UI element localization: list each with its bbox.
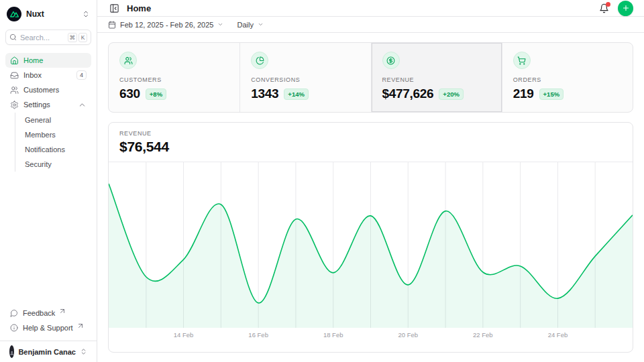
external-link-icon bbox=[78, 326, 85, 330]
search-shortcut: ⌘ K bbox=[68, 33, 88, 42]
sidebar-item-label: Home bbox=[23, 56, 43, 64]
sidebar-item-members[interactable]: Members bbox=[15, 127, 91, 142]
sidebar-item-label: Customers bbox=[23, 86, 59, 94]
chevron-up-down-icon bbox=[82, 10, 90, 18]
sidebar-item-security[interactable]: Security bbox=[15, 157, 91, 172]
revenue-chart-card: REVENUE $76,544 14 Feb16 Feb18 Feb20 Feb… bbox=[108, 122, 633, 353]
chevron-up-down-icon bbox=[80, 348, 87, 355]
info-icon bbox=[10, 324, 18, 332]
chart-title: REVENUE bbox=[119, 130, 622, 137]
x-axis-labels: 14 Feb16 Feb18 Feb20 Feb22 Feb24 Feb bbox=[109, 328, 633, 345]
stat-card-customers[interactable]: CUSTOMERS 630 +8% bbox=[109, 43, 239, 112]
stat-delta-badge: +14% bbox=[284, 88, 309, 100]
notifications-button[interactable] bbox=[598, 2, 610, 15]
x-axis-tick-label: 24 Feb bbox=[548, 331, 568, 339]
chart-header: REVENUE $76,544 bbox=[109, 123, 633, 162]
sidebar-nav: Home Inbox 4 Customers Settings bbox=[0, 53, 97, 303]
notification-dot bbox=[606, 2, 610, 7]
chevron-down-icon bbox=[217, 21, 223, 27]
sub-item-label: General bbox=[25, 116, 51, 124]
chevron-up-icon bbox=[78, 101, 87, 109]
stat-delta-badge: +15% bbox=[539, 88, 564, 100]
home-icon bbox=[10, 56, 19, 65]
plus-icon bbox=[622, 4, 630, 12]
revenue-chart-svg bbox=[109, 162, 633, 328]
app-root: Nuxt ⌘ K Home bbox=[0, 0, 644, 362]
sidebar-item-label: Inbox bbox=[23, 71, 42, 79]
stat-label: CONVERSIONS bbox=[251, 76, 360, 83]
topbar-actions bbox=[598, 1, 633, 16]
page-title: Home bbox=[127, 3, 151, 13]
filters-toolbar: Feb 12, 2025 - Feb 26, 2025 Daily bbox=[97, 17, 644, 33]
sub-item-label: Members bbox=[25, 131, 56, 139]
stat-card-orders[interactable]: ORDERS 219 +15% bbox=[502, 43, 633, 112]
workspace-selector[interactable]: Nuxt bbox=[5, 6, 91, 22]
stat-label: ORDERS bbox=[513, 76, 622, 83]
sidebar-item-home[interactable]: Home bbox=[5, 53, 91, 68]
sidebar-item-settings[interactable]: Settings bbox=[5, 97, 91, 112]
x-axis-tick-label: 16 Feb bbox=[248, 331, 268, 339]
external-link-icon bbox=[60, 311, 66, 315]
stat-value: 630 bbox=[119, 86, 140, 101]
sidebar: Nuxt ⌘ K Home bbox=[0, 0, 97, 362]
x-axis-tick-label: 20 Feb bbox=[398, 331, 418, 339]
topbar: Home bbox=[97, 0, 644, 17]
stat-card-revenue[interactable]: REVENUE $477,626 +20% bbox=[371, 43, 502, 112]
date-range-label: Feb 12, 2025 - Feb 26, 2025 bbox=[120, 21, 213, 29]
sub-item-label: Security bbox=[25, 160, 52, 168]
chart-pie-icon bbox=[251, 52, 268, 69]
sidebar-item-inbox[interactable]: Inbox 4 bbox=[5, 68, 91, 82]
nuxt-logo-icon bbox=[7, 7, 21, 21]
revenue-chart-plot[interactable] bbox=[109, 162, 633, 328]
granularity-select[interactable]: Daily bbox=[237, 21, 263, 29]
help-support-label: Help & Support bbox=[23, 324, 73, 332]
main-area: Home Feb 12, 2 bbox=[97, 0, 644, 362]
chart-headline-value: $76,544 bbox=[119, 139, 622, 155]
feedback-link[interactable]: Feedback bbox=[5, 306, 91, 320]
stat-label: REVENUE bbox=[382, 76, 491, 83]
search-field[interactable] bbox=[20, 34, 64, 42]
settings-sub-list: General Members Notifications Security bbox=[15, 113, 91, 172]
message-bubble-icon bbox=[10, 309, 18, 317]
inbox-count-badge: 4 bbox=[76, 70, 87, 80]
help-support-link[interactable]: Help & Support bbox=[5, 320, 91, 335]
add-button[interactable] bbox=[618, 1, 633, 16]
content: CUSTOMERS 630 +8% CONVERSIONS 1343 +14% bbox=[97, 33, 644, 362]
sidebar-footer: Feedback Help & Support bbox=[0, 303, 97, 341]
chevron-down-icon bbox=[258, 21, 264, 27]
calendar-icon bbox=[108, 21, 116, 29]
gear-icon bbox=[10, 101, 19, 109]
kbd-k: K bbox=[78, 33, 87, 42]
x-axis-tick-label: 22 Feb bbox=[473, 331, 493, 339]
sidebar-collapse-button[interactable] bbox=[108, 2, 121, 15]
granularity-label: Daily bbox=[237, 21, 253, 29]
sidebar-item-notifications[interactable]: Notifications bbox=[15, 142, 91, 157]
panel-left-close-icon bbox=[109, 3, 119, 13]
stat-delta-badge: +8% bbox=[146, 88, 166, 100]
stat-value: 1343 bbox=[251, 86, 278, 101]
circle-dollar-icon bbox=[382, 52, 400, 69]
kbd-cmd: ⌘ bbox=[68, 33, 78, 42]
feedback-label: Feedback bbox=[23, 309, 55, 317]
x-axis-tick-label: 18 Feb bbox=[323, 331, 343, 339]
sidebar-item-general[interactable]: General bbox=[15, 113, 91, 127]
shopping-cart-icon bbox=[513, 52, 531, 69]
user-name: Benjamin Canac bbox=[18, 348, 76, 356]
x-axis-tick-label: 14 Feb bbox=[174, 331, 194, 339]
sidebar-item-label: Settings bbox=[23, 101, 50, 109]
stat-delta-badge: +20% bbox=[439, 88, 464, 100]
stat-value: 219 bbox=[513, 86, 534, 101]
search-input[interactable]: ⌘ K bbox=[5, 29, 91, 45]
inbox-icon bbox=[10, 71, 19, 80]
stat-card-conversions[interactable]: CONVERSIONS 1343 +14% bbox=[239, 43, 370, 112]
date-range-picker[interactable]: Feb 12, 2025 - Feb 26, 2025 bbox=[108, 21, 223, 29]
users-icon bbox=[119, 52, 137, 69]
sidebar-item-customers[interactable]: Customers bbox=[5, 82, 91, 97]
stat-label: CUSTOMERS bbox=[119, 76, 229, 83]
stats-row: CUSTOMERS 630 +8% CONVERSIONS 1343 +14% bbox=[108, 42, 633, 113]
user-menu[interactable]: Benjamin Canac bbox=[0, 341, 97, 362]
users-icon bbox=[10, 86, 19, 95]
sub-item-label: Notifications bbox=[25, 145, 65, 154]
sidebar-top: Nuxt ⌘ K bbox=[0, 0, 97, 45]
workspace-name: Nuxt bbox=[26, 9, 44, 19]
